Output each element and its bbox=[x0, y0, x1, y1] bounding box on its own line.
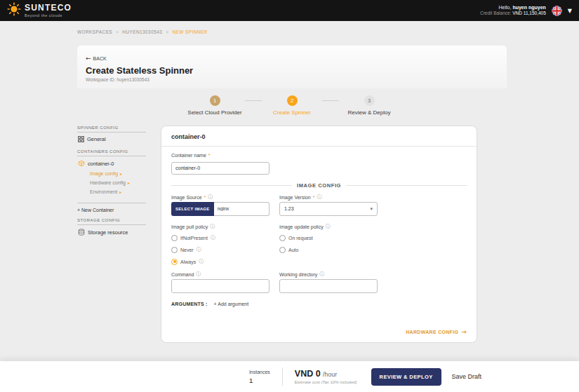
app-window: SUNTECO Beyond the clouds Hello, huyen n… bbox=[0, 0, 579, 392]
chevron-right-icon: ▸ bbox=[119, 189, 121, 194]
image-config-section-title: IMAGE CONFIG bbox=[297, 182, 341, 189]
back-button[interactable]: ← BACK bbox=[86, 55, 107, 62]
brand-name: SUNTECO bbox=[25, 4, 72, 12]
sunteco-logo[interactable]: SUNTECO Beyond the clouds bbox=[7, 2, 72, 19]
hardware-config-link[interactable]: HARDWARE CONFIG → bbox=[406, 323, 467, 335]
info-icon[interactable]: ⓘ bbox=[208, 195, 213, 200]
radio-ifnotpresent[interactable]: IfNotPresent ⓘ bbox=[171, 235, 269, 241]
card-title: container-0 bbox=[171, 133, 467, 140]
arrow-right-icon: → bbox=[461, 329, 467, 335]
info-icon[interactable]: ⓘ bbox=[210, 224, 215, 229]
sun-logo-icon bbox=[7, 2, 21, 19]
step-2-label: Create Spinner bbox=[273, 109, 311, 116]
instances-block: Instances 1 bbox=[249, 370, 270, 384]
radio-auto[interactable]: Auto bbox=[279, 247, 378, 253]
command-label: Command ⓘ bbox=[171, 272, 269, 277]
database-icon bbox=[78, 229, 85, 236]
brand-tagline: Beyond the clouds bbox=[25, 13, 72, 18]
general-label: General bbox=[87, 136, 106, 142]
pull-policy-label: Image pull policy ⓘ bbox=[171, 224, 269, 229]
container-0-label: container-0 bbox=[88, 161, 114, 167]
sidebar-item-hardware-config[interactable]: Hardware config ▸ bbox=[77, 177, 146, 187]
hardware-config-label: Hardware config bbox=[90, 180, 126, 185]
breadcrumb-workspaces[interactable]: WORKSPACES bbox=[77, 29, 112, 34]
cube-icon bbox=[78, 160, 85, 167]
info-icon[interactable]: ⓘ bbox=[319, 272, 324, 277]
required-asterisk: * bbox=[208, 153, 211, 158]
required-asterisk: * bbox=[313, 195, 315, 200]
radio-circle bbox=[279, 247, 286, 253]
stepper-connector bbox=[322, 100, 339, 101]
radio-on-request[interactable]: On request bbox=[279, 235, 378, 241]
spinner-config-header: SPINNER CONFIG bbox=[77, 126, 146, 133]
checkout-footer: Instances 1 VND 0 /hour Estimate cost (T… bbox=[0, 361, 579, 392]
container-name-input[interactable] bbox=[171, 162, 269, 175]
breadcrumb-separator: > bbox=[116, 29, 119, 34]
chevron-down-icon: ▾ bbox=[370, 206, 373, 212]
save-draft-button[interactable]: Save Draft bbox=[452, 373, 482, 380]
select-image-button[interactable]: SELECT IMAGE bbox=[171, 202, 214, 216]
step-create-spinner[interactable]: 2 Create Spinner bbox=[262, 95, 322, 116]
update-policy-label: Image update policy ⓘ bbox=[279, 224, 378, 229]
image-config-label: Image config bbox=[90, 171, 118, 176]
radio-circle-checked bbox=[171, 259, 178, 265]
sidebar-item-storage-resource[interactable]: Storage resource bbox=[77, 225, 146, 237]
radio-never[interactable]: Never ⓘ bbox=[171, 247, 269, 253]
account-menu-caret-icon[interactable]: ▼ bbox=[568, 8, 572, 14]
info-icon[interactable]: ⓘ bbox=[211, 236, 215, 241]
step-1-circle: 1 bbox=[210, 95, 220, 106]
breadcrumb-workspace-id[interactable]: HUYEN13030543 bbox=[122, 29, 162, 34]
chevron-right-icon: ▸ bbox=[128, 180, 130, 185]
image-version-value: 1.23 bbox=[284, 206, 294, 211]
step-select-cloud-provider[interactable]: 1 Select Cloud Provider bbox=[185, 95, 245, 116]
step-3-circle: 3 bbox=[364, 95, 375, 106]
containers-config-header: CONTAINERS CONFIG bbox=[77, 149, 146, 156]
language-flag-icon[interactable] bbox=[552, 6, 562, 16]
greeting-text: Hello, bbox=[499, 5, 512, 10]
image-source-label: Image Source* ⓘ bbox=[171, 195, 269, 200]
info-icon[interactable]: ⓘ bbox=[197, 248, 201, 252]
info-icon[interactable]: ⓘ bbox=[196, 272, 201, 277]
step-review-deploy[interactable]: 3 Review & Deploy bbox=[339, 95, 399, 116]
image-version-select[interactable]: 1.23 ▾ bbox=[279, 202, 378, 216]
hardware-config-link-label: HARDWARE CONFIG bbox=[406, 330, 458, 334]
info-icon[interactable]: ⓘ bbox=[326, 224, 331, 229]
divider bbox=[161, 146, 477, 147]
sidebar-item-container-0[interactable]: container-0 bbox=[77, 156, 146, 168]
add-argument-button[interactable]: + Add argument bbox=[214, 302, 249, 306]
user-name: huyen nguyen bbox=[512, 5, 545, 10]
container-config-card: container-0 Container name* IMAGE CONFIG… bbox=[161, 126, 477, 343]
credit-balance-label: Credit Balance: bbox=[480, 11, 511, 15]
workspace-id-subtitle: Workspace ID: huyen13030543 bbox=[86, 77, 498, 82]
required-asterisk: * bbox=[204, 195, 206, 200]
environment-label: Environment bbox=[90, 189, 117, 194]
review-deploy-button[interactable]: REVIEW & DEPLOY bbox=[371, 368, 441, 386]
page-header: ← BACK Create Stateless Spinner Workspac… bbox=[77, 46, 507, 88]
info-icon[interactable]: ⓘ bbox=[199, 259, 204, 264]
working-directory-input[interactable] bbox=[279, 279, 378, 293]
page-title: Create Stateless Spinner bbox=[86, 65, 498, 76]
radio-always[interactable]: Always ⓘ bbox=[171, 259, 269, 265]
command-input[interactable] bbox=[171, 279, 269, 293]
estimate-note: Estimate cost (Tax 10% included) bbox=[295, 380, 357, 384]
info-icon[interactable]: ⓘ bbox=[317, 195, 321, 200]
step-1-label: Select Cloud Provider bbox=[187, 109, 241, 116]
update-policy-radio-group: On request Auto bbox=[279, 229, 378, 265]
sidebar-item-environment[interactable]: Environment ▸ bbox=[77, 187, 146, 196]
config-sidebar: SPINNER CONFIG General CONTAINERS CONFIG… bbox=[77, 126, 146, 237]
image-config-section-divider: IMAGE CONFIG bbox=[171, 182, 467, 189]
instances-label: Instances bbox=[249, 370, 270, 374]
top-navbar: SUNTECO Beyond the clouds Hello, huyen n… bbox=[0, 0, 579, 21]
radio-circle bbox=[171, 247, 178, 253]
sidebar-item-general[interactable]: General bbox=[77, 133, 146, 144]
stepper-connector bbox=[245, 100, 262, 101]
image-source-input[interactable] bbox=[214, 202, 269, 216]
new-container-button[interactable]: + New Container bbox=[77, 203, 146, 212]
pull-policy-radio-group: IfNotPresent ⓘ Never ⓘ Always ⓘ bbox=[171, 229, 269, 265]
chevron-right-icon: ▸ bbox=[120, 171, 122, 176]
storage-resource-label: Storage resource bbox=[88, 229, 128, 236]
user-info: Hello, huyen nguyen Credit Balance: VND … bbox=[480, 4, 546, 17]
price-unit: /hour bbox=[323, 371, 338, 378]
grid-icon bbox=[78, 136, 84, 142]
sidebar-item-image-config[interactable]: Image config ▸ bbox=[77, 168, 146, 177]
